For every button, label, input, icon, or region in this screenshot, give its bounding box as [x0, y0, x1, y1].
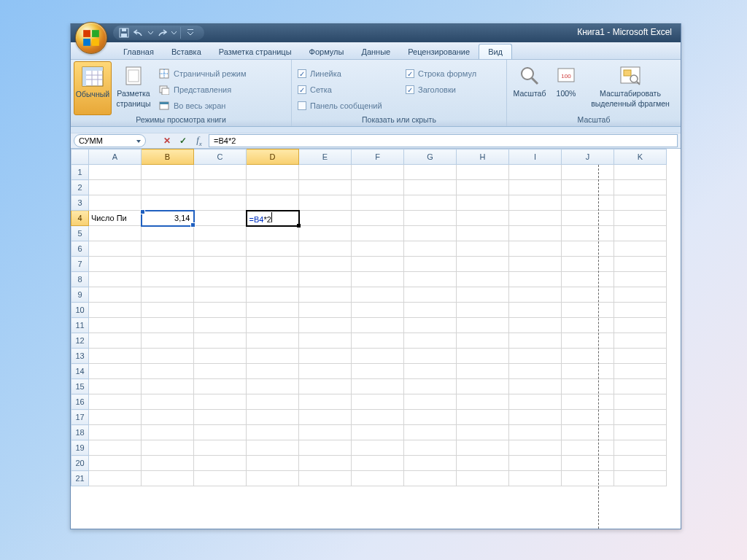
cell-F17[interactable]: [352, 410, 404, 425]
cell-B6[interactable]: [142, 241, 194, 257]
cell-C16[interactable]: [194, 394, 247, 410]
cell-I14[interactable]: [509, 364, 562, 379]
cell-J18[interactable]: [562, 425, 614, 440]
cell-D7[interactable]: [247, 257, 299, 272]
cell-K12[interactable]: [614, 333, 667, 349]
cell-G2[interactable]: [404, 180, 457, 195]
cell-H15[interactable]: [457, 379, 509, 394]
cell-F21[interactable]: [352, 471, 404, 486]
cell-G3[interactable]: [404, 195, 457, 211]
cell-K11[interactable]: [614, 318, 667, 333]
cell-B2[interactable]: [142, 180, 194, 195]
cell-J20[interactable]: [562, 456, 614, 471]
cell-I10[interactable]: [509, 303, 562, 318]
cell-B7[interactable]: [142, 257, 194, 272]
row-header-10[interactable]: 10: [71, 303, 89, 318]
cell-K20[interactable]: [614, 456, 667, 471]
cell-D18[interactable]: [247, 425, 299, 440]
row-header-4[interactable]: 4: [71, 211, 89, 226]
cell-K4[interactable]: [614, 211, 667, 226]
row-header-6[interactable]: 6: [71, 241, 89, 257]
cell-E1[interactable]: [299, 165, 352, 180]
cell-E20[interactable]: [299, 456, 352, 471]
cell-A8[interactable]: [89, 272, 142, 287]
cell-F7[interactable]: [352, 257, 404, 272]
cell-C4[interactable]: [194, 211, 247, 226]
cell-B20[interactable]: [142, 456, 194, 471]
cell-I16[interactable]: [509, 394, 562, 410]
col-header-A[interactable]: A: [89, 149, 142, 165]
cell-F14[interactable]: [352, 364, 404, 379]
cell-E3[interactable]: [299, 195, 352, 211]
cell-D13[interactable]: [247, 349, 299, 364]
col-header-B[interactable]: B: [142, 149, 194, 165]
cell-H14[interactable]: [457, 364, 509, 379]
cell-E15[interactable]: [299, 379, 352, 394]
qat-customize[interactable]: [184, 26, 197, 39]
cell-H9[interactable]: [457, 287, 509, 303]
row-header-2[interactable]: 2: [71, 180, 89, 195]
redo-dropdown[interactable]: [170, 26, 177, 39]
cell-F19[interactable]: [352, 440, 404, 456]
row-header-19[interactable]: 19: [71, 440, 89, 456]
cell-G6[interactable]: [404, 241, 457, 257]
col-header-C[interactable]: C: [194, 149, 247, 165]
cell-C6[interactable]: [194, 241, 247, 257]
cell-G16[interactable]: [404, 394, 457, 410]
cell-G7[interactable]: [404, 257, 457, 272]
cell-J21[interactable]: [562, 471, 614, 486]
cell-G14[interactable]: [404, 364, 457, 379]
cell-A5[interactable]: [89, 226, 142, 241]
col-header-H[interactable]: H: [457, 149, 509, 165]
cell-A1[interactable]: [89, 165, 142, 180]
cell-G10[interactable]: [404, 303, 457, 318]
cell-A12[interactable]: [89, 333, 142, 349]
cell-H20[interactable]: [457, 456, 509, 471]
cell-I21[interactable]: [509, 471, 562, 486]
row-header-18[interactable]: 18: [71, 425, 89, 440]
cell-D5[interactable]: [247, 226, 299, 241]
cell-I1[interactable]: [509, 165, 562, 180]
cell-G4[interactable]: [404, 211, 457, 226]
cell-C21[interactable]: [194, 471, 247, 486]
row-header-21[interactable]: 21: [71, 471, 89, 486]
cell-I19[interactable]: [509, 440, 562, 456]
cell-H10[interactable]: [457, 303, 509, 318]
cell-A3[interactable]: [89, 195, 142, 211]
cell-C12[interactable]: [194, 333, 247, 349]
cell-H6[interactable]: [457, 241, 509, 257]
tab-page-layout[interactable]: Разметка страницы: [210, 44, 301, 59]
cell-F8[interactable]: [352, 272, 404, 287]
cell-A11[interactable]: [89, 318, 142, 333]
cell-D20[interactable]: [247, 456, 299, 471]
cell-I4[interactable]: [509, 211, 562, 226]
cell-E7[interactable]: [299, 257, 352, 272]
cell-F15[interactable]: [352, 379, 404, 394]
cell-C1[interactable]: [194, 165, 247, 180]
cell-I11[interactable]: [509, 318, 562, 333]
cell-D2[interactable]: [247, 180, 299, 195]
cell-H19[interactable]: [457, 440, 509, 456]
zoom-button[interactable]: Масштаб: [510, 61, 549, 115]
row-header-15[interactable]: 15: [71, 379, 89, 394]
cell-G9[interactable]: [404, 287, 457, 303]
cell-C9[interactable]: [194, 287, 247, 303]
cell-K18[interactable]: [614, 425, 667, 440]
cell-J5[interactable]: [562, 226, 614, 241]
cell-E17[interactable]: [299, 410, 352, 425]
cell-C14[interactable]: [194, 364, 247, 379]
cell-E9[interactable]: [299, 287, 352, 303]
cell-E14[interactable]: [299, 364, 352, 379]
cell-B18[interactable]: [142, 425, 194, 440]
cell-D17[interactable]: [247, 410, 299, 425]
cell-A2[interactable]: [89, 180, 142, 195]
cell-G11[interactable]: [404, 318, 457, 333]
office-button[interactable]: [75, 22, 107, 54]
row-header-5[interactable]: 5: [71, 226, 89, 241]
cell-H4[interactable]: [457, 211, 509, 226]
cell-C19[interactable]: [194, 440, 247, 456]
headings-checkbox[interactable]: ✓Заголовки: [403, 82, 479, 98]
cell-G17[interactable]: [404, 410, 457, 425]
cell-D21[interactable]: [247, 471, 299, 486]
cell-D14[interactable]: [247, 364, 299, 379]
